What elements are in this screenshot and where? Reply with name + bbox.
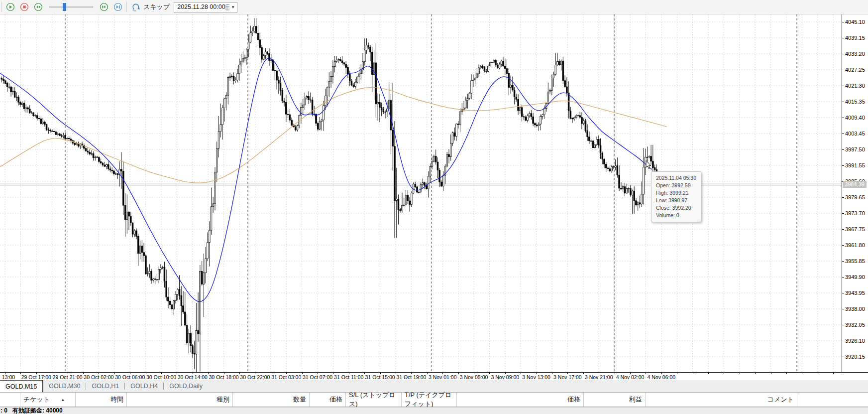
- time-tick: [427, 373, 428, 374]
- play-button[interactable]: [3, 1, 17, 13]
- time-tick: [802, 373, 802, 374]
- skip-to-end-icon: [113, 2, 122, 11]
- orders-column-header[interactable]: 種別: [127, 393, 233, 407]
- time-axis-label: 3 Nov 01:00: [429, 374, 457, 380]
- tab-gold-h1[interactable]: GOLD,H1: [86, 380, 124, 392]
- candle-tooltip: 2025.11.04 05:30Open: 3992.58High: 3999.…: [651, 171, 701, 222]
- time-axis-label: 4 Nov 02:00: [616, 374, 645, 380]
- orders-column-header[interactable]: S/L (ストップロス): [346, 393, 402, 407]
- time-tick: [740, 373, 740, 374]
- candlestick-chart[interactable]: [0, 14, 842, 372]
- price-tick: [842, 70, 844, 70]
- time-axis-label: 29 Oct 17:00: [21, 374, 51, 380]
- orders-column-header[interactable]: 価格: [310, 393, 346, 407]
- price-tick: [842, 118, 844, 118]
- time-tick: [677, 373, 677, 374]
- orders-column-header[interactable]: チケット▲: [20, 393, 76, 407]
- time-tick: [583, 373, 584, 374]
- time-axis-label: 31 Oct 15:00: [365, 374, 395, 380]
- time-tick: [818, 373, 818, 374]
- date-value: 2025.11.28 00:00: [177, 3, 225, 10]
- orders-column-header[interactable]: 利益: [584, 393, 646, 407]
- time-tick: [708, 373, 709, 374]
- date-select[interactable]: 2025.11.28 00:00 ▼: [174, 2, 237, 12]
- price-tick: [842, 197, 844, 198]
- price-axis-label: 4045.10: [842, 19, 868, 25]
- price-axis-label: 3979.65: [842, 194, 868, 200]
- time-axis-label: 3 Nov 05:00: [460, 374, 488, 380]
- price-tick: [842, 229, 844, 230]
- price-tick: [842, 38, 844, 38]
- price-tick: [842, 102, 844, 102]
- time-axis-label: 31 Oct 07:00: [303, 374, 332, 380]
- time-tick: [458, 373, 459, 374]
- time-tick: [521, 373, 521, 374]
- skip-to-end-button[interactable]: [111, 1, 125, 13]
- tooltip-line: Open: 3992.58: [656, 182, 696, 189]
- orders-column-header[interactable]: 時間: [76, 393, 127, 407]
- orders-table-header: チケット▲時間種別数量価格S/L (ストップロス)T/P (テイクプロフィット)…: [0, 392, 868, 407]
- tester-toolbar: スキップ 2025.11.28 00:00 ▼: [0, 0, 868, 14]
- time-axis[interactable]: 13:0029 Oct 17:0029 Oct 21:0030 Oct 02:0…: [0, 372, 868, 380]
- price-axis-label: 3973.70: [842, 210, 868, 216]
- price-tick: [842, 277, 844, 277]
- tooltip-line: High: 3999.21: [656, 189, 696, 197]
- price-tick: [842, 54, 844, 54]
- speed-slider[interactable]: [49, 6, 93, 8]
- tab-gold-h4[interactable]: GOLD,H4: [125, 380, 163, 392]
- time-axis-label: 30 Oct 06:00: [115, 374, 145, 380]
- speed-slider-handle[interactable]: [63, 3, 66, 11]
- price-tick: [842, 149, 844, 150]
- toolbar-separator: [1, 2, 2, 12]
- status-bar: : 0 有効証拠金: 40000: [0, 407, 868, 414]
- fast-forward-icon: [100, 2, 108, 11]
- stop-button[interactable]: [17, 1, 31, 13]
- status-text: : 0 有効証拠金: 40000: [0, 408, 868, 414]
- price-axis[interactable]: 4045.104039.154033.204027.254021.304015.…: [842, 14, 868, 372]
- price-axis-label: 4033.20: [842, 51, 868, 57]
- tooltip-line: Close: 3992.20: [656, 204, 696, 212]
- price-axis-label: 3920.15: [842, 354, 868, 360]
- tooltip-line: 2025.11.04 05:30: [656, 174, 696, 182]
- orders-column-header[interactable]: T/P (テイクプロフィット): [402, 393, 457, 407]
- price-axis-label: 3949.90: [842, 274, 868, 280]
- price-axis-label: 3932.05: [842, 322, 868, 328]
- price-tick: [842, 293, 844, 293]
- tab-gold-m30[interactable]: GOLD,M30: [43, 380, 86, 392]
- dropdown-caret-icon[interactable]: ▼: [231, 5, 235, 9]
- time-tick: [489, 373, 490, 374]
- time-tick: [552, 373, 552, 374]
- price-axis-label: 3991.55: [842, 162, 868, 168]
- time-tick: [786, 373, 787, 374]
- orders-column-header[interactable]: [0, 393, 20, 407]
- time-axis-label: 29 Oct 21:00: [53, 374, 83, 380]
- time-axis-label: 30 Oct 22:00: [240, 374, 270, 380]
- rewind-button[interactable]: [31, 1, 45, 13]
- mouse-cursor-icon: [646, 160, 652, 170]
- skip-loop-icon[interactable]: [131, 2, 141, 12]
- price-tick: [842, 357, 844, 357]
- price-tick: [842, 341, 844, 341]
- price-axis-label: 3997.50: [842, 146, 868, 152]
- time-axis-label: 31 Oct 19:00: [396, 374, 426, 380]
- orders-column-header[interactable]: コメント: [646, 393, 797, 407]
- time-tick: [833, 373, 834, 374]
- price-tick: [842, 134, 844, 134]
- tab-gold-m15[interactable]: GOLD,M15: [0, 380, 43, 392]
- toolbar-separator: [126, 2, 127, 12]
- price-tick: [842, 165, 844, 166]
- tab-gold-daily[interactable]: GOLD,Daily: [164, 380, 208, 392]
- price-tick: [842, 86, 844, 86]
- price-chart[interactable]: [0, 14, 842, 372]
- orders-column-header[interactable]: [797, 393, 868, 407]
- orders-column-header[interactable]: 数量: [233, 393, 310, 407]
- price-tick: [842, 213, 844, 214]
- price-axis-label: 3938.00: [842, 306, 868, 312]
- time-axis-label: 30 Oct 14:00: [178, 374, 208, 380]
- orders-column-header[interactable]: 価格: [457, 393, 584, 407]
- time-tick: [724, 373, 724, 374]
- rewind-icon: [34, 2, 43, 11]
- price-axis-label: 3943.95: [842, 290, 868, 296]
- price-axis-label: 4009.40: [842, 115, 868, 121]
- fast-forward-button[interactable]: [97, 1, 111, 13]
